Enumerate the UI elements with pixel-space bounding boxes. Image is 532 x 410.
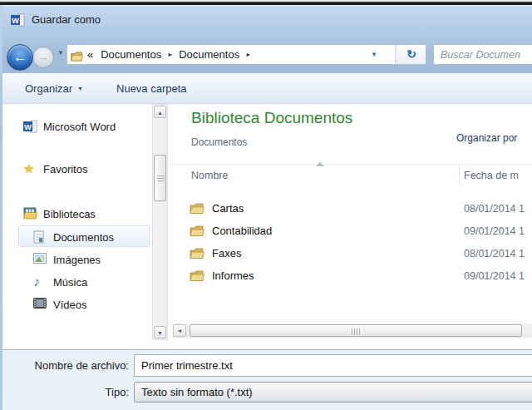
music-note-icon: ♪ <box>33 275 47 289</box>
sidebar-item-label: Imágenes <box>53 254 101 266</box>
library-icon <box>23 207 37 220</box>
scroll-down-button[interactable]: ▼ <box>154 326 166 338</box>
window-chrome: W Guardar como ← → ▼ « Documentos ► Docu… <box>0 5 532 73</box>
window-title: Guardar como <box>32 13 101 26</box>
star-icon: ★ <box>23 162 37 175</box>
scroll-up-button[interactable]: ▲ <box>154 106 166 118</box>
sidebar-item-favoritos[interactable]: ★ Favoritos <box>23 160 87 178</box>
file-modified-date: 08/01/2014 1 <box>464 203 525 215</box>
file-name: Contabilidad <box>212 225 272 237</box>
sidebar-item-label: Vídeos <box>53 299 86 311</box>
navigation-bar: ← → ▼ « Documentos ► Documentos ► ▼ ↻ <box>0 34 532 74</box>
file-row-informes[interactable]: Informes 09/01/2014 1 <box>170 264 532 287</box>
organize-button[interactable]: Organizar ▼ <box>17 79 91 98</box>
sidebar-item-imagenes[interactable]: Imágenes <box>33 250 101 269</box>
sort-ascending-icon <box>316 162 324 166</box>
folder-icon <box>190 270 204 282</box>
dialog-body: W Microsoft Word ★ Favoritos <box>0 104 532 349</box>
file-list-horizontal-scrollbar[interactable]: ◄ <box>173 324 532 338</box>
scrollbar-thumb[interactable] <box>154 155 166 201</box>
breadcrumb-separator-icon[interactable]: ► <box>167 52 173 57</box>
navigation-pane: W Microsoft Word ★ Favoritos <box>0 104 152 349</box>
file-row-contabilidad[interactable]: Contabilidad 09/01/2014 1 <box>170 220 532 242</box>
svg-text:W: W <box>24 123 32 131</box>
recent-locations-dropdown[interactable]: ▼ <box>57 49 64 57</box>
sidebar-scrollbar[interactable]: ▲ ▼ <box>152 104 168 340</box>
scroll-left-button[interactable]: ◄ <box>173 324 186 337</box>
breadcrumb-item-documentos-2[interactable]: Documentos <box>179 48 239 61</box>
file-list-pane: Biblioteca Documentos Documentos Organiz… <box>170 104 532 349</box>
back-button[interactable]: ← <box>7 44 33 71</box>
save-as-dialog: W Guardar como ← → ▼ « Documentos ► Docu… <box>0 0 532 410</box>
scrollbar-grip <box>352 328 362 335</box>
library-title: Biblioteca Documentos <box>191 109 352 127</box>
sidebar-item-label: Bibliotecas <box>43 208 96 220</box>
arrange-by-button[interactable]: Organizar por <box>456 132 517 144</box>
window-left-edge <box>0 5 2 410</box>
sidebar-item-label: Favoritos <box>43 163 87 175</box>
column-header-nombre[interactable]: Nombre <box>191 170 228 181</box>
folder-icon <box>190 248 204 259</box>
file-type-dropdown[interactable]: Texto sin formato (*.txt) <box>134 382 532 403</box>
organize-label: Organizar <box>25 82 72 95</box>
refresh-icon: ↻ <box>406 47 416 61</box>
forward-button[interactable]: → <box>32 47 54 68</box>
address-bar[interactable]: « Documentos ► Documentos ► ▼ ↻ <box>66 44 426 65</box>
search-box[interactable]: Buscar Documen <box>433 44 532 65</box>
new-folder-label: Nueva carpeta <box>116 82 187 95</box>
refresh-button[interactable]: ↻ <box>397 45 426 64</box>
address-dropdown-caret[interactable]: ▼ <box>371 51 377 58</box>
filename-input[interactable] <box>134 354 532 377</box>
sidebar-item-label: Microsoft Word <box>43 121 116 133</box>
sidebar-item-microsoft-word[interactable]: W Microsoft Word <box>23 117 116 136</box>
folder-icon <box>190 225 204 237</box>
back-arrow-icon: ← <box>13 50 27 64</box>
breadcrumb-separator-icon[interactable]: ► <box>245 52 251 57</box>
file-name-panel: Nombre de archivo: Tipo: Texto sin forma… <box>0 349 532 410</box>
file-modified-date: 09/01/2014 1 <box>464 270 525 282</box>
document-icon <box>33 230 47 244</box>
breadcrumb-item-documentos[interactable]: Documentos <box>101 48 161 61</box>
film-strip-icon <box>33 298 47 311</box>
breadcrumb-overflow-chevron[interactable]: « <box>87 48 93 61</box>
file-name: Informes <box>212 269 254 282</box>
folder-icon <box>71 50 83 60</box>
sidebar-item-musica[interactable]: ♪ Música <box>33 273 87 291</box>
command-toolbar: Organizar ▼ Nueva carpeta <box>0 73 532 104</box>
file-name: Faxes <box>212 247 241 259</box>
filename-label: Nombre de archivo: <box>0 359 129 372</box>
file-row-faxes[interactable]: Faxes 08/01/2014 1 <box>170 242 532 264</box>
scrollbar-thumb[interactable] <box>190 324 522 337</box>
word-app-icon: W <box>11 13 25 27</box>
column-header-fecha[interactable]: Fecha de m <box>464 170 519 181</box>
sidebar-item-label: Música <box>53 276 87 289</box>
file-modified-date: 09/01/2014 1 <box>464 225 525 237</box>
address-divider <box>395 45 396 64</box>
sidebar-item-label: Documentos <box>53 231 114 244</box>
column-headers: Nombre Fecha de m <box>170 164 532 185</box>
scrollbar-grip <box>157 175 165 182</box>
file-row-cartas[interactable]: Cartas 08/01/2014 1 <box>170 197 532 220</box>
sidebar-item-bibliotecas[interactable]: Bibliotecas <box>23 205 96 223</box>
word-icon: W <box>23 120 37 133</box>
search-placeholder: Buscar Documen <box>434 49 520 61</box>
library-subtitle: Documentos <box>191 136 247 148</box>
file-modified-date: 08/01/2014 1 <box>464 248 525 259</box>
sidebar-item-videos[interactable]: Vídeos <box>33 295 86 314</box>
file-name: Cartas <box>212 202 244 215</box>
column-divider[interactable] <box>459 165 460 185</box>
folder-icon <box>190 203 204 215</box>
chevron-down-icon: ▼ <box>77 86 83 91</box>
file-type-value: Texto sin formato (*.txt) <box>141 386 253 398</box>
file-type-label: Tipo: <box>0 386 129 398</box>
titlebar: W Guardar como <box>0 6 532 34</box>
svg-text:W: W <box>12 17 19 25</box>
new-folder-button[interactable]: Nueva carpeta <box>108 79 195 98</box>
pictures-icon <box>33 253 47 266</box>
sidebar-item-documentos[interactable]: Documentos <box>33 228 114 246</box>
forward-arrow-icon: → <box>38 51 49 63</box>
